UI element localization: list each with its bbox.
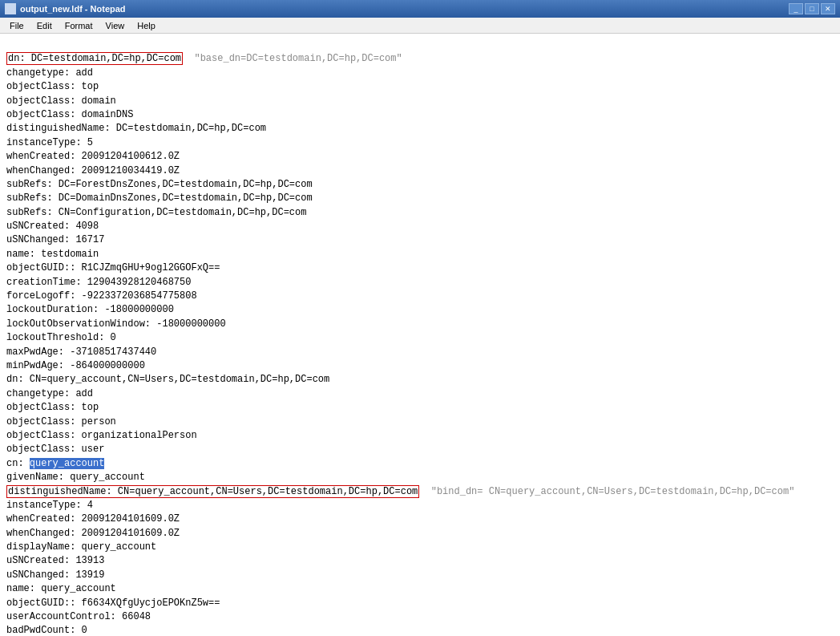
maximize-button[interactable]: □ <box>805 3 819 14</box>
menu-help[interactable]: Help <box>131 18 162 33</box>
app-icon <box>5 3 16 14</box>
selected-cn-value: query_account <box>30 458 105 469</box>
text-line: objectClass: user <box>6 443 834 456</box>
text-line: whenChanged: 20091210034419.0Z <box>6 164 834 178</box>
text-line: lockoutDuration: -18000000000 <box>6 303 834 317</box>
text-line: cn: query_account <box>6 457 834 471</box>
text-line: changetype: add <box>6 67 834 80</box>
text-line: uSNChanged: 16717 <box>6 233 834 247</box>
text-line: givenName: query_account <box>6 471 834 484</box>
text-line: subRefs: DC=ForestDnsZones,DC=testdomain… <box>6 178 834 192</box>
text-line: uSNChanged: 13919 <box>6 569 834 582</box>
text-line: distinguishedName: CN=query_account,CN=U… <box>6 485 834 499</box>
text-line: creationTime: 129043928120468750 <box>6 276 834 290</box>
text-line: objectGUID:: f6634XQfgUycjoEPOKnZ5w== <box>6 597 834 610</box>
text-content-area[interactable]: dn: DC=testdomain,DC=hp,DC=com "base_dn=… <box>0 34 840 636</box>
text-line: subRefs: CN=Configuration,DC=testdomain,… <box>6 206 834 220</box>
text-line: lockoutThreshold: 0 <box>6 331 834 345</box>
menu-file[interactable]: File <box>3 18 30 33</box>
text-line: objectClass: top <box>6 401 834 415</box>
text-line: lockOutObservationWindow: -18000000000 <box>6 318 834 331</box>
text-line: whenCreated: 20091204100612.0Z <box>6 150 834 164</box>
text-line: badPwdCount: 0 <box>6 624 834 636</box>
window-title: output_new.ldf - Notepad <box>20 4 789 14</box>
text-line: minPwdAge: -864000000000 <box>6 359 834 373</box>
title-bar: output_new.ldf - Notepad _ □ ✕ <box>0 0 840 18</box>
text-line: distinguishedName: DC=testdomain,DC=hp,D… <box>6 122 834 136</box>
text-line: uSNCreated: 13913 <box>6 554 834 568</box>
highlighted-text: distinguishedName: CN=query_account,CN=U… <box>6 485 419 498</box>
menu-format[interactable]: Format <box>59 18 99 33</box>
menu-bar: File Edit Format View Help <box>0 18 840 34</box>
text-line: uSNCreated: 4098 <box>6 220 834 233</box>
text-line: instanceType: 5 <box>6 136 834 150</box>
text-line: name: testdomain <box>6 248 834 261</box>
highlighted-text: dn: DC=testdomain,DC=hp,DC=com <box>6 52 183 65</box>
text-line: dn: CN=query_account,CN=Users,DC=testdom… <box>6 373 834 387</box>
annotation-text: "base_dn=DC=testdomain,DC=hp,DC=com" <box>194 53 402 64</box>
text-line: forceLogoff: -9223372036854775808 <box>6 290 834 303</box>
menu-edit[interactable]: Edit <box>30 18 59 33</box>
window-controls[interactable]: _ □ ✕ <box>789 3 835 14</box>
close-button[interactable]: ✕ <box>821 3 835 14</box>
text-line: dn: DC=testdomain,DC=hp,DC=com "base_dn=… <box>6 52 834 66</box>
text-line: whenCreated: 20091204101609.0Z <box>6 512 834 526</box>
text-line: maxPwdAge: -37108517437440 <box>6 346 834 359</box>
text-line: objectGUID:: R1CJZmqGHU+9ogl2GGOFxQ== <box>6 261 834 275</box>
text-line: displayName: query_account <box>6 541 834 554</box>
menu-view[interactable]: View <box>99 18 131 33</box>
text-line: subRefs: DC=DomainDnsZones,DC=testdomain… <box>6 192 834 205</box>
text-line: instanceType: 4 <box>6 499 834 512</box>
text-line: userAccountControl: 66048 <box>6 610 834 624</box>
annotation-text: "bind_dn= CN=query_account,CN=Users,DC=t… <box>431 486 795 497</box>
text-line: changetype: add <box>6 387 834 401</box>
text-line: objectClass: domainDNS <box>6 108 834 122</box>
text-line: objectClass: person <box>6 415 834 429</box>
text-line: objectClass: organizationalPerson <box>6 429 834 443</box>
text-line: objectClass: top <box>6 80 834 94</box>
minimize-button[interactable]: _ <box>789 3 803 14</box>
text-line: objectClass: domain <box>6 95 834 108</box>
text-line: whenChanged: 20091204101609.0Z <box>6 527 834 541</box>
text-line: name: query_account <box>6 582 834 596</box>
